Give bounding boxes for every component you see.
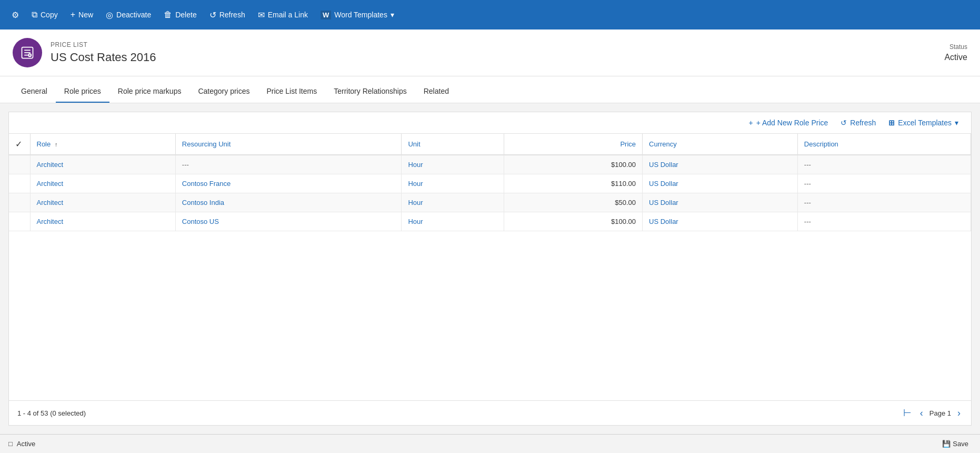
status-bar: □ Active 💾 Save [0, 434, 980, 453]
excel-templates-button[interactable]: ⊞ Excel Templates ▾ [884, 116, 963, 129]
record-title: US Cost Rates 2016 [51, 51, 944, 64]
resourcing-unit-cell-2[interactable]: Contoso India [175, 193, 402, 212]
status-indicator-icon: □ [8, 440, 13, 448]
table-row[interactable]: Architect Contoso US Hour $100.00 US Dol… [9, 212, 971, 231]
grid-toolbar: + + Add New Role Price ↺ Refresh ⊞ Excel… [9, 112, 971, 134]
settings-icon: ⚙ [12, 10, 19, 20]
resourcing-unit-column-header[interactable]: Resourcing Unit [175, 134, 402, 155]
price-list-icon [20, 45, 35, 60]
pagination-nav: ⊢ ‹ Page 1 › [901, 406, 963, 420]
description-cell-3: --- [797, 212, 971, 231]
price-column-header[interactable]: Price [504, 134, 642, 155]
word-templates-dropdown-icon: ▾ [391, 11, 394, 19]
word-templates-button[interactable]: W Word Templates ▾ [315, 7, 399, 23]
row-checkbox-1[interactable] [9, 174, 30, 193]
currency-column-header[interactable]: Currency [643, 134, 798, 155]
unit-cell-1[interactable]: Hour [402, 174, 504, 193]
excel-icon: ⊞ [888, 119, 895, 127]
new-icon: + [71, 10, 75, 19]
header-status: Status Active [944, 43, 967, 62]
refresh-icon: ↺ [209, 10, 216, 20]
save-icon: 💾 [942, 440, 951, 448]
row-checkbox-0[interactable] [9, 155, 30, 174]
role-cell-2[interactable]: Architect [30, 193, 175, 212]
resourcing-unit-cell-1[interactable]: Contoso France [175, 174, 402, 193]
role-prices-table: ✓ Role ↑ Resourcing Unit Unit [9, 134, 971, 231]
role-cell-0[interactable]: Architect [30, 155, 175, 174]
description-cell-0: --- [797, 155, 971, 174]
main-content: + + Add New Role Price ↺ Refresh ⊞ Excel… [0, 103, 980, 434]
description-cell-1: --- [797, 174, 971, 193]
table-row[interactable]: Architect --- Hour $100.00 US Dollar --- [9, 155, 971, 174]
role-cell-1[interactable]: Architect [30, 174, 175, 193]
tab-role-prices[interactable]: Role prices [56, 81, 109, 103]
add-icon: + [749, 119, 753, 127]
row-checkbox-2[interactable] [9, 193, 30, 212]
main-toolbar: ⚙ ⧉ Copy + New ◎ Deactivate 🗑 Delete ↺ R… [0, 0, 980, 29]
currency-cell-3[interactable]: US Dollar [643, 212, 798, 231]
save-button[interactable]: 💾 Save [939, 439, 972, 449]
description-column-header[interactable]: Description [797, 134, 971, 155]
currency-cell-2[interactable]: US Dollar [643, 193, 798, 212]
tab-territory-relationships[interactable]: Territory Relationships [325, 81, 415, 103]
delete-button[interactable]: 🗑 Delete [158, 7, 202, 23]
currency-cell-1[interactable]: US Dollar [643, 174, 798, 193]
entity-icon [13, 38, 42, 67]
email-icon: ✉ [258, 10, 265, 20]
record-header: PRICE LIST US Cost Rates 2016 Status Act… [0, 29, 980, 76]
tab-navigation: General Role prices Role price markups C… [0, 81, 980, 103]
delete-icon: 🗑 [164, 10, 172, 19]
select-all-header[interactable]: ✓ [9, 134, 30, 155]
table-row[interactable]: Architect Contoso India Hour $50.00 US D… [9, 193, 971, 212]
email-link-button[interactable]: ✉ Email a Link [253, 7, 313, 23]
refresh-button[interactable]: ↺ Refresh [204, 7, 251, 23]
role-column-header[interactable]: Role ↑ [30, 134, 175, 155]
unit-cell-2[interactable]: Hour [402, 193, 504, 212]
grid-container: + + Add New Role Price ↺ Refresh ⊞ Excel… [8, 112, 972, 426]
status-label: Status [944, 43, 967, 51]
role-sort-icon: ↑ [55, 141, 58, 147]
status-bar-status: Active [17, 440, 35, 448]
first-page-button[interactable]: ⊢ [901, 406, 914, 420]
tab-role-price-markups[interactable]: Role price markups [109, 81, 190, 103]
next-page-button[interactable]: › [955, 407, 963, 420]
deactivate-button[interactable]: ◎ Deactivate [101, 7, 156, 23]
excel-dropdown-icon: ▾ [955, 119, 958, 127]
add-new-role-price-button[interactable]: + + Add New Role Price [745, 116, 833, 129]
grid-refresh-button[interactable]: ↺ Refresh [836, 116, 880, 129]
copy-icon: ⧉ [32, 10, 37, 19]
new-button[interactable]: + New [65, 7, 98, 23]
current-page: Page 1 [929, 409, 951, 417]
price-cell-1: $110.00 [504, 174, 642, 193]
status-bar-left: □ Active [8, 440, 35, 448]
unit-cell-3[interactable]: Hour [402, 212, 504, 231]
role-cell-3[interactable]: Architect [30, 212, 175, 231]
status-value: Active [944, 53, 967, 62]
price-cell-2: $50.00 [504, 193, 642, 212]
row-checkbox-3[interactable] [9, 212, 30, 231]
unit-cell-0[interactable]: Hour [402, 155, 504, 174]
pagination-summary: 1 - 4 of 53 (0 selected) [17, 409, 86, 417]
prev-page-button[interactable]: ‹ [918, 407, 925, 420]
header-info: PRICE LIST US Cost Rates 2016 [51, 41, 944, 64]
tab-category-prices[interactable]: Category prices [189, 81, 258, 103]
settings-button[interactable]: ⚙ [6, 7, 24, 23]
entity-type-label: PRICE LIST [51, 41, 944, 48]
price-cell-0: $100.00 [504, 155, 642, 174]
price-cell-3: $100.00 [504, 212, 642, 231]
table-scroll-area[interactable]: ✓ Role ↑ Resourcing Unit Unit [9, 134, 971, 400]
tab-general[interactable]: General [13, 81, 56, 103]
pagination: 1 - 4 of 53 (0 selected) ⊢ ‹ Page 1 › [9, 400, 971, 425]
description-cell-2: --- [797, 193, 971, 212]
word-icon: W [321, 11, 331, 19]
copy-button[interactable]: ⧉ Copy [26, 7, 63, 23]
currency-cell-0[interactable]: US Dollar [643, 155, 798, 174]
unit-column-header[interactable]: Unit [402, 134, 504, 155]
deactivate-icon: ◎ [106, 10, 113, 20]
tab-price-list-items[interactable]: Price List Items [258, 81, 326, 103]
grid-refresh-icon: ↺ [841, 119, 847, 127]
table-row[interactable]: Architect Contoso France Hour $110.00 US… [9, 174, 971, 193]
resourcing-unit-cell-0: --- [175, 155, 402, 174]
resourcing-unit-cell-3[interactable]: Contoso US [175, 212, 402, 231]
tab-related[interactable]: Related [415, 81, 457, 103]
